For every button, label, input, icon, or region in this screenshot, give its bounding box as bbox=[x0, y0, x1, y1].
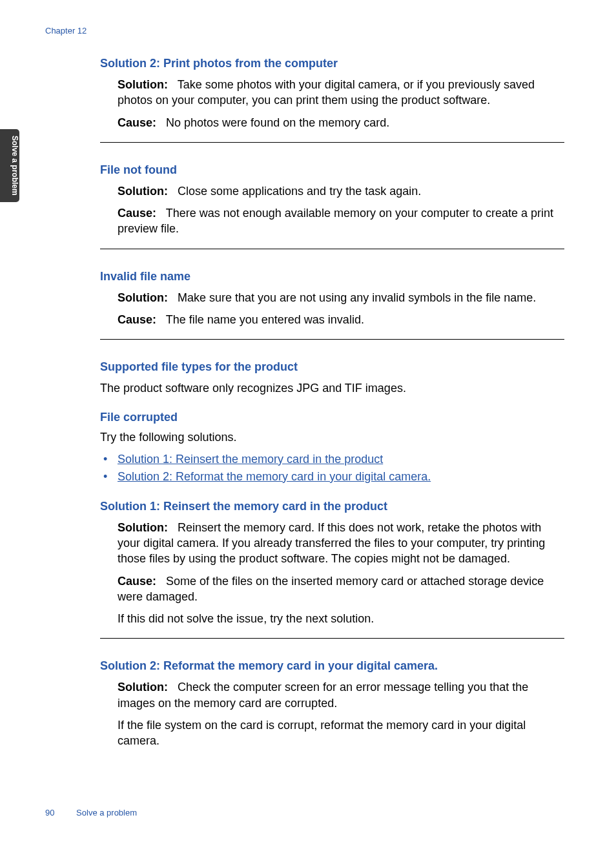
divider bbox=[100, 339, 564, 340]
cause-text: There was not enough available memory on… bbox=[118, 207, 553, 235]
sol2-extra: If the file system on the card is corrup… bbox=[118, 717, 564, 749]
solution-label: Solution: bbox=[118, 291, 168, 304]
list-item: Solution 2: Reformat the memory card in … bbox=[100, 468, 564, 486]
sol1-solution: Solution: Reinsert the memory card. If t… bbox=[118, 520, 564, 567]
cause-label: Cause: bbox=[118, 313, 156, 326]
solution-label: Solution: bbox=[118, 521, 168, 534]
divider bbox=[100, 249, 564, 249]
solution-label: Solution: bbox=[118, 78, 168, 91]
heading-invalid-file-name: Invalid file name bbox=[100, 270, 564, 283]
cause-label: Cause: bbox=[118, 207, 156, 220]
chapter-header: Chapter 12 bbox=[45, 26, 87, 36]
heading-sol1-reinsert: Solution 1: Reinsert the memory card in … bbox=[100, 500, 564, 513]
heading-sol2-reformat: Solution 2: Reformat the memory card in … bbox=[100, 659, 564, 673]
cause-text: Some of the files on the inserted memory… bbox=[118, 575, 544, 603]
solution-text: Close some applications and try the task… bbox=[178, 185, 421, 198]
page-footer: 90 Solve a problem bbox=[45, 808, 137, 817]
footer-text: Solve a problem bbox=[76, 808, 137, 817]
heading-supported-types: Supported file types for the product bbox=[100, 360, 564, 374]
link-solution-2[interactable]: Solution 2: Reformat the memory card in … bbox=[118, 470, 431, 483]
fnf-solution: Solution: Close some applications and tr… bbox=[118, 183, 564, 199]
heading-file-not-found: File not found bbox=[100, 163, 564, 177]
solution-text: Make sure that you are not using any inv… bbox=[178, 291, 536, 304]
solution-text: Take some photos with your digital camer… bbox=[118, 78, 535, 107]
sol2print-cause: Cause: No photos were found on the memor… bbox=[118, 115, 564, 130]
ifn-solution: Solution: Make sure that you are not usi… bbox=[118, 290, 564, 305]
cause-text: No photos were found on the memory card. bbox=[166, 116, 389, 129]
solution-links-list: Solution 1: Reinsert the memory card in … bbox=[100, 451, 564, 486]
file-corrupted-try: Try the following solutions. bbox=[100, 431, 564, 444]
sol2print-solution: Solution: Take some photos with your dig… bbox=[118, 77, 564, 108]
heading-file-corrupted: File corrupted bbox=[100, 411, 564, 424]
divider bbox=[100, 142, 564, 143]
sol1-cause: Cause: Some of the files on the inserted… bbox=[118, 573, 564, 605]
link-solution-1[interactable]: Solution 1: Reinsert the memory card in … bbox=[118, 453, 383, 466]
list-item: Solution 1: Reinsert the memory card in … bbox=[100, 451, 564, 468]
sol2-solution: Solution: Check the computer screen for … bbox=[118, 679, 564, 711]
heading-sol2-print: Solution 2: Print photos from the comput… bbox=[100, 57, 564, 70]
ifn-cause: Cause: The file name you entered was inv… bbox=[118, 312, 564, 327]
divider bbox=[100, 638, 564, 639]
cause-label: Cause: bbox=[118, 116, 156, 129]
side-tab: Solve a problem bbox=[0, 129, 19, 202]
sol1-next: If this did not solve the issue, try the… bbox=[118, 611, 564, 626]
main-content: Solution 2: Print photos from the comput… bbox=[100, 52, 564, 755]
fnf-cause: Cause: There was not enough available me… bbox=[118, 205, 564, 237]
page-number: 90 bbox=[45, 808, 54, 817]
solution-text: Check the computer screen for an error m… bbox=[118, 681, 528, 709]
supported-types-text: The product software only recognizes JPG… bbox=[100, 380, 564, 396]
cause-text: The file name you entered was invalid. bbox=[166, 313, 364, 326]
solution-text: Reinsert the memory card. If this does n… bbox=[118, 521, 545, 566]
cause-label: Cause: bbox=[118, 575, 156, 588]
solution-label: Solution: bbox=[118, 681, 168, 694]
solution-label: Solution: bbox=[118, 185, 168, 198]
